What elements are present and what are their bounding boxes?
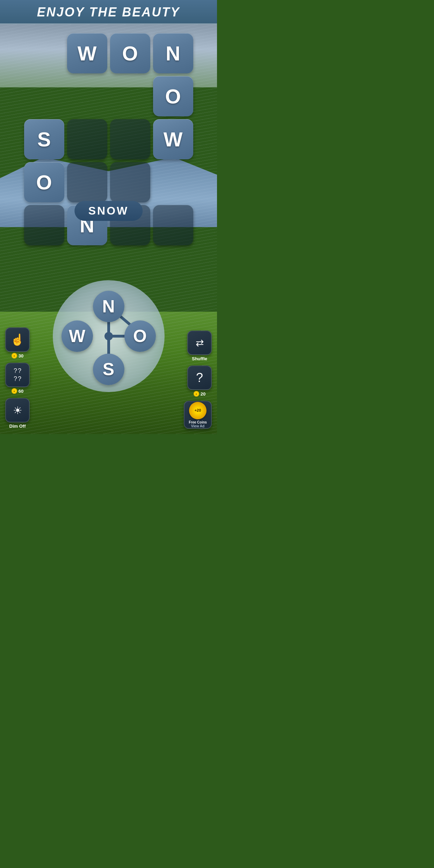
tile-r2c1: [67, 119, 107, 159]
tile-r3c1: [67, 162, 107, 202]
tile-r0c2[interactable]: O: [110, 33, 150, 73]
mystery-label: ● 20: [194, 391, 205, 397]
tile-r3c3: [153, 162, 193, 202]
hint-label: ● 30: [12, 353, 23, 359]
free-coins-button[interactable]: +20 Free Coins View Ad: [184, 401, 212, 429]
tile-r0c0: [24, 33, 64, 73]
free-coins-amount: +20: [195, 408, 201, 412]
tile-r4c0: [24, 205, 64, 245]
shuffle-icon: ⇄: [187, 331, 212, 355]
tile-r1c0: [24, 76, 64, 116]
current-word: SNOW: [88, 204, 129, 217]
wheel-letter-n[interactable]: N: [93, 291, 124, 322]
mystery-coin-icon: ●: [194, 391, 199, 397]
tile-r2c3[interactable]: W: [153, 119, 193, 159]
dim-label: Dim Off: [9, 424, 26, 429]
word-display: SNOW: [74, 201, 143, 221]
tile-r2c2: [110, 119, 150, 159]
hint-coin-icon: ●: [12, 353, 17, 359]
extra-hint-icon: ?? ??: [5, 363, 30, 387]
hint-button[interactable]: ☝ ● 30: [5, 327, 30, 359]
dim-button[interactable]: ☀ Dim Off: [5, 398, 30, 429]
header: ENJOY THE BEAUTY: [0, 0, 217, 24]
dim-icon: ☀: [5, 398, 30, 422]
tile-r3c2: [110, 162, 150, 202]
hint-icon: ☝: [5, 327, 30, 352]
left-buttons: ☝ ● 30 ?? ?? ● 60 ☀: [5, 327, 30, 429]
view-ad-label: View Ad: [191, 424, 204, 428]
extra-hint-coin-icon: ●: [12, 388, 17, 394]
mystery-button[interactable]: ? ● 20: [187, 366, 212, 397]
free-coins-circle: +20: [189, 402, 207, 419]
mystery-icon: ?: [187, 366, 212, 390]
tile-r0c1[interactable]: W: [67, 33, 107, 73]
free-coins-label: Free Coins: [189, 420, 207, 424]
right-buttons: ⇄ Shuffle ? ● 20 +20 Free Coins View Ad: [184, 331, 212, 429]
tile-r2c0[interactable]: S: [24, 119, 64, 159]
sun-icon: ☀: [13, 404, 22, 417]
tile-r1c1: [67, 76, 107, 116]
extra-hint-label: ● 60: [12, 388, 23, 394]
tile-r4c3: [153, 205, 193, 245]
question-grid: ?? ??: [14, 367, 21, 383]
shuffle-label: Shuffle: [192, 356, 207, 361]
header-line: [0, 23, 217, 24]
shuffle-button[interactable]: ⇄ Shuffle: [187, 331, 212, 361]
mystery-cost: 20: [201, 391, 205, 397]
extra-hint-button[interactable]: ?? ?? ● 60: [5, 363, 30, 394]
hint-cost: 30: [19, 353, 23, 359]
tile-r0c3[interactable]: N: [153, 33, 193, 73]
bottom-buttons: ☝ ● 30 ?? ?? ● 60 ☀: [0, 327, 217, 429]
extra-hint-cost: 60: [19, 389, 23, 394]
tile-r1c3[interactable]: O: [153, 76, 193, 116]
tile-r1c2: [110, 76, 150, 116]
header-title: ENJOY THE BEAUTY: [37, 5, 180, 20]
tile-r3c0[interactable]: O: [24, 162, 64, 202]
finger-icon: ☝: [10, 333, 24, 346]
